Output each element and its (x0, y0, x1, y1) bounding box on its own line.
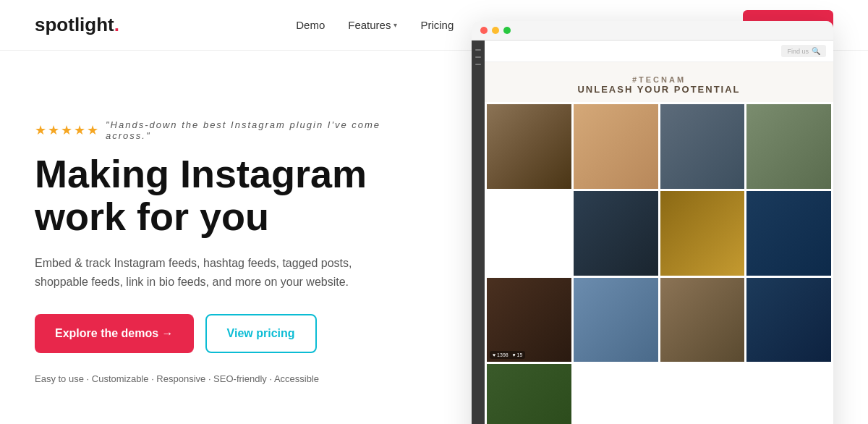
nav-demo[interactable]: Demo (296, 19, 325, 31)
grid-item (660, 191, 745, 276)
browser-toolbar (472, 21, 833, 41)
review-text: "Hands-down the best Instagram plugin I'… (106, 119, 425, 141)
site-header: #TECNAM UNLEASH YOUR POTENTIAL (485, 62, 833, 102)
like-overlay: ♥ 1398 ♥ 15 (490, 351, 525, 359)
review-stars-row: ★★★★★ "Hands-down the best Instagram plu… (35, 119, 425, 141)
grid-item (487, 104, 571, 189)
hero-mockup: Find us 🔍 #TECNAM UNLEASH YOUR POTENTIAL (472, 21, 833, 424)
grid-item: ♥ 1398 ♥ 15 (487, 278, 571, 362)
hero-buttons: Explore the demos → View pricing (35, 314, 425, 353)
sidebar-icon (475, 56, 481, 58)
browser-maximize-dot (503, 27, 511, 34)
browser-minimize-dot (492, 27, 499, 34)
instagram-grid: ♥ 1398 ♥ 15 (485, 102, 833, 424)
grid-item (574, 191, 658, 276)
grid-item (746, 278, 831, 362)
browser-inner: Find us 🔍 #TECNAM UNLEASH YOUR POTENTIAL (472, 41, 833, 424)
hero-left: ★★★★★ "Hands-down the best Instagram plu… (35, 119, 425, 385)
chevron-down-icon: ▾ (393, 21, 397, 29)
grid-item (487, 364, 571, 424)
grid-item (660, 278, 745, 362)
grid-item (746, 191, 831, 276)
sidebar-icon (475, 49, 481, 51)
logo[interactable]: spotlight. (35, 14, 119, 36)
site-nav-bar: Find us 🔍 (485, 41, 833, 62)
explore-demos-button[interactable]: Explore the demos → (35, 314, 194, 353)
browser-close-dot (480, 27, 488, 34)
star-rating: ★★★★★ (35, 122, 100, 138)
sidebar-icon (475, 64, 481, 65)
grid-item (660, 104, 745, 189)
grid-item (574, 278, 658, 362)
grid-item (574, 104, 658, 189)
hero-section: ★★★★★ "Hands-down the best Instagram plu… (0, 51, 868, 424)
sidebar-strip (472, 41, 485, 424)
search-icon: 🔍 (812, 47, 820, 55)
browser-window: Find us 🔍 #TECNAM UNLEASH YOUR POTENTIAL (472, 21, 833, 424)
grid-item (746, 104, 831, 189)
hero-subtitle: Embed & track Instagram feeds, hashtag f… (35, 254, 367, 291)
site-content: Find us 🔍 #TECNAM UNLEASH YOUR POTENTIAL (485, 41, 833, 424)
nav-pricing[interactable]: Pricing (420, 19, 454, 31)
nav-features[interactable]: Features ▾ (348, 19, 397, 31)
view-pricing-button[interactable]: View pricing (205, 314, 317, 353)
site-search-bar: Find us 🔍 (781, 45, 826, 57)
trust-line: Easy to use · Customizable · Responsive … (35, 373, 425, 384)
hero-title: Making Instagram work for you (35, 153, 425, 239)
